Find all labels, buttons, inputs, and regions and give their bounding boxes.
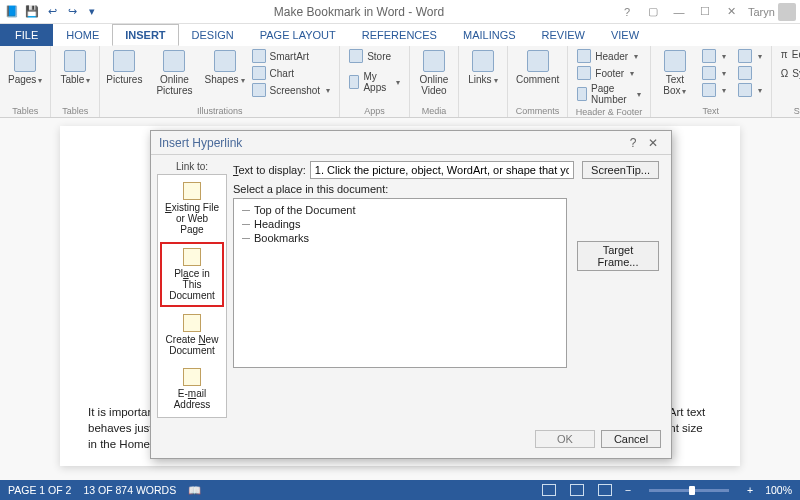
place-tree[interactable]: Top of the Document Headings Bookmarks [233,198,567,368]
linkto-email[interactable]: E-mail Address [160,363,224,415]
wordart-icon [702,66,716,80]
dialog-titlebar[interactable]: Insert Hyperlink ? ✕ [151,131,671,155]
comment-icon [527,50,549,72]
shapes-icon [214,50,236,72]
tab-mailings[interactable]: MAILINGS [450,24,529,46]
status-words[interactable]: 13 OF 874 WORDS [83,484,176,496]
target-frame-button[interactable]: Target Frame... [577,241,659,271]
online-pictures-icon [163,50,185,72]
zoom-in-icon[interactable]: + [747,484,753,496]
view-read-icon[interactable] [542,484,556,496]
group-header-footer: Header▾ Footer▾ Page Number▾ Header & Fo… [568,46,651,117]
pictures-button[interactable]: Pictures [106,48,142,87]
view-print-icon[interactable] [570,484,584,496]
zoom-level[interactable]: 100% [765,484,792,496]
page-number-button[interactable]: Page Number▾ [574,82,644,106]
tab-insert[interactable]: INSERT [112,24,178,46]
date-time-button[interactable] [735,65,765,81]
header-button[interactable]: Header▾ [574,48,644,64]
help-icon[interactable]: ? [618,6,636,18]
object-button[interactable]: ▾ [735,82,765,98]
text-to-display-input[interactable] [310,161,574,179]
screenshot-button[interactable]: Screenshot▾ [249,82,334,98]
group-symbols: π Equation▾ Ω Symbol▾ Symbols [772,46,800,117]
comment-button[interactable]: Comment [514,48,561,87]
dialog-title: Insert Hyperlink [159,136,242,150]
store-button[interactable]: Store [346,48,403,64]
window-controls: ? ▢ — ☐ ✕ Taryn [618,3,796,21]
smartart-button[interactable]: SmartArt [249,48,334,64]
minimize-icon[interactable]: — [670,6,688,18]
drop-cap-button[interactable]: ▾ [699,82,729,98]
text-box-icon [664,50,686,72]
maximize-icon[interactable]: ☐ [696,5,714,18]
ribbon-options-icon[interactable]: ▢ [644,5,662,18]
text-to-display-label: Text to display: [233,164,306,176]
cancel-button[interactable]: Cancel [601,430,661,448]
select-place-label: Select a place in this document: [233,183,567,195]
save-icon[interactable]: 💾 [24,4,40,20]
screenshot-icon [252,83,266,97]
link-to-panel: Existing File or Web Page Place in This … [157,174,227,418]
online-video-button[interactable]: Online Video [416,48,452,98]
dialog-close-icon[interactable]: ✕ [643,136,663,150]
online-pictures-button[interactable]: Online Pictures [148,48,200,98]
date-time-icon [738,66,752,80]
user-name[interactable]: Taryn [748,6,766,18]
create-new-icon [183,314,201,332]
title-bar: 📘 💾 ↩ ↪ ▾ Make Bookmark in Word - Word ?… [0,0,800,24]
tab-view[interactable]: VIEW [598,24,652,46]
dialog-help-icon[interactable]: ? [623,136,643,150]
screentip-button[interactable]: ScreenTip... [582,161,659,179]
tree-top[interactable]: Top of the Document [242,203,558,217]
tab-file[interactable]: FILE [0,24,53,46]
symbol-button[interactable]: Ω Symbol▾ [778,67,800,80]
tab-design[interactable]: DESIGN [179,24,247,46]
zoom-slider[interactable] [649,489,729,492]
table-button[interactable]: Table▾ [57,48,93,88]
ribbon: Pages▾ Tables Table▾ Tables Pictures Onl… [0,46,800,118]
group-apps: Store My Apps▾ Apps [340,46,410,117]
wordart-button[interactable]: ▾ [699,65,729,81]
myapps-button[interactable]: My Apps▾ [346,70,403,94]
tab-home[interactable]: HOME [53,24,112,46]
tree-bookmarks[interactable]: Bookmarks [242,231,558,245]
object-icon [738,83,752,97]
shapes-button[interactable]: Shapes▾ [207,48,243,88]
redo-icon[interactable]: ↪ [64,4,80,20]
qat-dropdown-icon[interactable]: ▾ [84,4,100,20]
status-page[interactable]: PAGE 1 OF 2 [8,484,71,496]
online-video-icon [423,50,445,72]
tab-page-layout[interactable]: PAGE LAYOUT [247,24,349,46]
close-icon[interactable]: ✕ [722,5,740,18]
group-comments: Comment Comments [508,46,568,117]
linkto-existing-file[interactable]: Existing File or Web Page [160,177,224,240]
quick-parts-button[interactable]: ▾ [699,48,729,64]
text-box-button[interactable]: Text Box▾ [657,48,693,99]
footer-button[interactable]: Footer▾ [574,65,644,81]
equation-button[interactable]: π Equation▾ [778,48,800,61]
links-button[interactable]: Links▾ [465,48,501,88]
page-number-icon [577,87,587,101]
equation-icon: π [781,49,788,60]
chart-button[interactable]: Chart [249,65,334,81]
view-web-icon[interactable] [598,484,612,496]
zoom-out-icon[interactable]: − [625,484,631,496]
signature-button[interactable]: ▾ [735,48,765,64]
existing-file-icon [183,182,201,200]
tab-references[interactable]: REFERENCES [349,24,450,46]
ok-button[interactable]: OK [535,430,595,448]
email-icon [183,368,201,386]
insert-hyperlink-dialog: Insert Hyperlink ? ✕ Link to: Existing F… [150,130,672,459]
linkto-place-in-document[interactable]: Place in This Document [160,242,224,307]
tab-review[interactable]: REVIEW [529,24,598,46]
status-proof-icon[interactable]: 📖 [188,484,201,497]
tree-headings[interactable]: Headings [242,217,558,231]
links-icon [472,50,494,72]
linkto-create-new[interactable]: Create New Document [160,309,224,361]
avatar[interactable] [778,3,796,21]
undo-icon[interactable]: ↩ [44,4,60,20]
quick-parts-icon [702,49,716,63]
ribbon-tabs: FILE HOME INSERT DESIGN PAGE LAYOUT REFE… [0,24,800,46]
pages-button[interactable]: Pages▾ [6,48,44,88]
